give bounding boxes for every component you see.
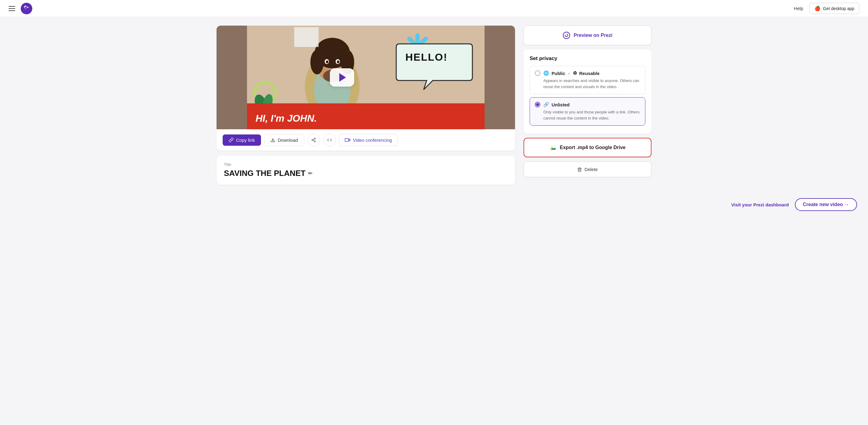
privacy-panel: Set privacy 🌐 Public + ♻ Reusable Appear… [524, 49, 651, 134]
svg-point-7 [310, 50, 324, 75]
apple-icon: 🍎 [814, 5, 820, 11]
svg-text:HI, I'm JOHN.: HI, I'm JOHN. [255, 113, 317, 124]
dashboard-link[interactable]: Visit your Prezi dashboard [731, 202, 789, 207]
globe-icon: 🌐 [543, 70, 549, 76]
privacy-unlisted-desc: Only visible to you and those people wit… [543, 109, 640, 121]
left-column: HELLO! HI, I'm JOHN. [217, 26, 515, 185]
title-label-text: Title [224, 162, 508, 167]
prezi-icon [562, 31, 570, 39]
svg-point-26 [314, 138, 315, 139]
share-icon [311, 138, 316, 142]
delete-button[interactable]: Delete [524, 162, 651, 177]
radio-public[interactable] [535, 70, 540, 76]
preview-button[interactable]: Preview on Prezi [524, 26, 651, 45]
svg-line-30 [313, 139, 315, 140]
privacy-option-public[interactable]: 🌐 Public + ♻ Reusable Appears in searche… [530, 66, 645, 94]
privacy-option-public-header: 🌐 Public + ♻ Reusable [535, 70, 640, 76]
export-google-drive-button[interactable]: Export .mp4 to Google Drive [524, 138, 651, 157]
link-privacy-icon: 🔗 [543, 102, 549, 107]
header: Help 🍎 Get desktop app [0, 0, 868, 17]
title-value: SAVING THE PLANET ✏ [224, 169, 508, 178]
play-triangle-icon [339, 73, 346, 82]
download-label: Download [278, 138, 298, 143]
svg-point-33 [563, 32, 570, 39]
header-left [8, 3, 32, 14]
logo-icon[interactable] [21, 3, 32, 14]
radio-inner-dot [536, 103, 539, 106]
svg-point-28 [314, 141, 315, 142]
privacy-public-desc: Appears in searches and visible to anyon… [543, 78, 640, 90]
share-button[interactable] [307, 134, 320, 146]
privacy-option-unlisted-header: 🔗 Unlisted [535, 102, 640, 107]
privacy-option-unlisted[interactable]: 🔗 Unlisted Only visible to you and those… [530, 97, 645, 125]
radio-unlisted[interactable] [535, 102, 540, 107]
trash-icon [577, 167, 582, 172]
right-column: Preview on Prezi Set privacy 🌐 Public + … [524, 26, 651, 185]
export-label: Export .mp4 to Google Drive [560, 145, 626, 150]
header-right: Help 🍎 Get desktop app [794, 3, 860, 14]
svg-point-27 [312, 139, 313, 141]
privacy-title: Set privacy [530, 56, 645, 62]
svg-line-29 [313, 140, 315, 141]
svg-rect-32 [345, 138, 348, 142]
copy-link-button[interactable]: Copy link [223, 135, 261, 146]
google-drive-icon [550, 144, 557, 151]
video-conf-button[interactable]: Video conferencing [339, 134, 398, 146]
svg-point-13 [337, 60, 339, 63]
preview-label: Preview on Prezi [574, 33, 612, 38]
video-panel: HELLO! HI, I'm JOHN. [217, 26, 515, 151]
create-new-video-button[interactable]: Create new video → [795, 198, 857, 211]
privacy-option-unlisted-title: 🔗 Unlisted [543, 102, 569, 107]
recycle-icon: ♻ [573, 70, 577, 76]
embed-button[interactable] [323, 134, 336, 146]
svg-text:HELLO!: HELLO! [405, 51, 448, 63]
main-container: HELLO! HI, I'm JOHN. [206, 17, 662, 193]
edit-pencil-icon[interactable]: ✏ [308, 170, 312, 177]
title-panel: Title SAVING THE PLANET ✏ [217, 155, 515, 185]
video-scene: HELLO! HI, I'm JOHN. [217, 26, 515, 129]
video-thumbnail: HELLO! HI, I'm JOHN. [217, 26, 515, 129]
desktop-app-label: Get desktop app [823, 6, 854, 11]
download-button[interactable]: Download [264, 134, 305, 146]
desktop-app-button[interactable]: 🍎 Get desktop app [809, 3, 860, 14]
svg-point-12 [326, 60, 328, 63]
help-link[interactable]: Help [794, 6, 803, 11]
video-conf-label: Video conferencing [353, 138, 392, 143]
svg-point-34 [565, 35, 565, 36]
svg-point-0 [27, 6, 28, 8]
footer: Visit your Prezi dashboard Create new vi… [0, 193, 868, 216]
privacy-option-public-title: 🌐 Public + ♻ Reusable [543, 70, 599, 76]
title-text: SAVING THE PLANET [224, 169, 306, 178]
svg-marker-31 [348, 139, 350, 141]
embed-icon [327, 138, 332, 142]
delete-label: Delete [585, 167, 597, 172]
video-conf-icon [345, 137, 350, 143]
play-button[interactable] [330, 68, 354, 87]
menu-icon[interactable] [8, 6, 15, 11]
copy-link-label: Copy link [236, 138, 255, 143]
video-actions: Copy link Download [217, 129, 515, 151]
link-icon [229, 138, 234, 142]
svg-rect-24 [294, 27, 318, 47]
download-icon [271, 138, 275, 142]
create-new-label: Create new video → [803, 202, 849, 207]
